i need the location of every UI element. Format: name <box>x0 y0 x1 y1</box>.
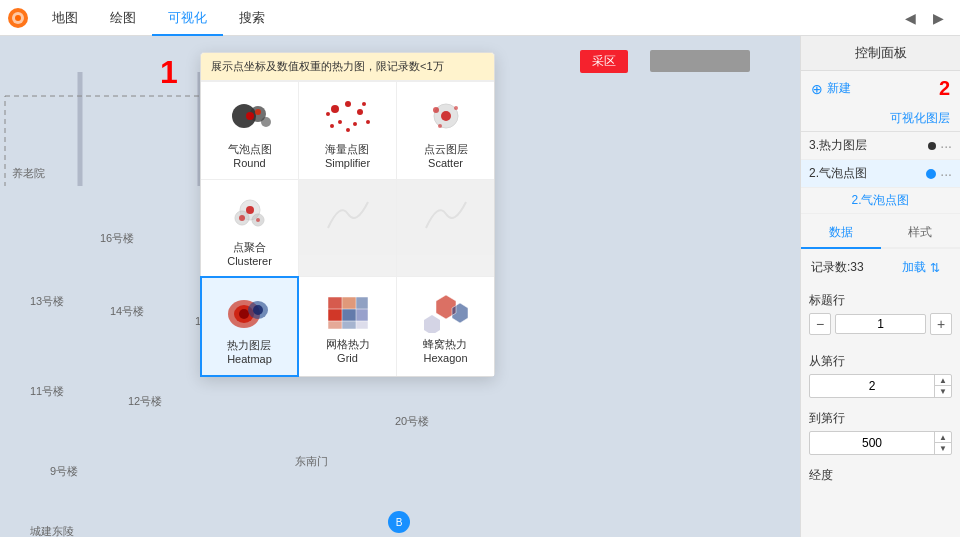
clusterer-icon <box>222 192 278 236</box>
nav-search[interactable]: 搜索 <box>223 0 281 36</box>
svg-rect-59 <box>328 309 342 321</box>
svg-point-35 <box>330 124 334 128</box>
svg-point-49 <box>239 215 245 221</box>
from-row-up[interactable]: ▲ <box>935 375 951 386</box>
svg-point-41 <box>441 111 451 121</box>
svg-point-39 <box>346 128 350 132</box>
map-marker-1: 1 <box>160 54 178 91</box>
label-11: 11号楼 <box>30 384 64 399</box>
svg-point-53 <box>239 309 249 319</box>
nav-next-arrow[interactable]: ▶ <box>928 8 948 28</box>
from-row-arrows: ▲ ▼ <box>934 375 951 397</box>
nav-map[interactable]: 地图 <box>36 0 94 36</box>
from-row-down[interactable]: ▼ <box>935 386 951 397</box>
label-20: 20号楼 <box>395 414 429 429</box>
svg-rect-62 <box>328 321 342 329</box>
from-row-section: 从第行 2 ▲ ▼ <box>801 347 960 404</box>
popup-item-bubble-round[interactable]: 气泡点图Round <box>201 82 298 179</box>
bus-station-icon: B <box>388 511 410 533</box>
label-dongnan: 东南门 <box>295 454 328 469</box>
popup-item-hexagon[interactable]: 蜂窝热力Hexagon <box>397 277 494 376</box>
tab-style[interactable]: 样式 <box>881 218 961 247</box>
header-row-plus[interactable]: + <box>930 313 952 335</box>
header-row-minus[interactable]: − <box>809 313 831 335</box>
from-row-value[interactable]: 2 <box>810 377 934 395</box>
nav-draw[interactable]: 绘图 <box>94 0 152 36</box>
hexagon-label: 蜂窝热力Hexagon <box>423 337 467 366</box>
panel-title: 控制面板 <box>801 36 960 71</box>
empty2-icon <box>418 192 474 236</box>
records-row: 记录数:33 加载 ⇅ <box>801 249 960 286</box>
nav-prev-arrow[interactable]: ◀ <box>900 8 920 28</box>
header-row-value[interactable]: 1 <box>835 314 926 334</box>
right-panel: 控制面板 ⊕ 新建 2 可视化图层 3.热力图层 ··· 2.气泡点图 ··· … <box>800 36 960 537</box>
svg-marker-75 <box>424 315 440 333</box>
grid-icon <box>320 289 376 333</box>
clusterer-label: 点聚合Clusterer <box>227 240 272 269</box>
popup-item-grid[interactable]: 网格热力Grid <box>299 277 396 376</box>
longitude-section: 经度 <box>801 461 960 494</box>
heatmap-icon <box>222 290 278 334</box>
sub-layer-title: 2.气泡点图 <box>801 188 960 214</box>
layer-item-heatmap[interactable]: 3.热力图层 ··· <box>801 132 960 160</box>
map-area-button[interactable]: 采区 <box>580 50 628 73</box>
nav-visualize[interactable]: 可视化 <box>152 0 223 36</box>
popup-item-empty2 <box>397 180 494 277</box>
svg-point-32 <box>357 109 363 115</box>
tab-data[interactable]: 数据 <box>801 218 881 249</box>
svg-point-27 <box>261 117 271 127</box>
popup-item-simplifier[interactable]: 海量点图Simplifier <box>299 82 396 179</box>
plus-icon: ⊕ <box>811 81 823 97</box>
empty1-icon <box>320 192 376 236</box>
to-row-down[interactable]: ▼ <box>935 443 951 454</box>
to-row-arrows: ▲ ▼ <box>934 432 951 454</box>
header-row-label: 标题行 <box>809 292 952 309</box>
svg-point-55 <box>253 305 263 315</box>
panel-new-button[interactable]: ⊕ 新建 2 <box>801 71 960 106</box>
popup-item-scatter[interactable]: 点云图层Scatter <box>397 82 494 179</box>
layer-bubble-more[interactable]: ··· <box>940 166 952 182</box>
svg-rect-57 <box>342 297 356 309</box>
hexagon-icon <box>418 289 474 333</box>
nav-right-controls: ◀ ▶ <box>900 8 960 28</box>
svg-point-31 <box>345 101 351 107</box>
from-row-label: 从第行 <box>809 353 952 370</box>
grid-label: 网格热力Grid <box>326 337 370 366</box>
popup-item-heatmap[interactable]: 热力图层Heatmap <box>200 276 299 377</box>
svg-rect-56 <box>328 297 342 309</box>
svg-point-2 <box>15 15 21 21</box>
bus-icon-label: B <box>396 517 403 528</box>
to-row-up[interactable]: ▲ <box>935 432 951 443</box>
svg-point-50 <box>256 218 260 222</box>
svg-rect-64 <box>356 321 368 329</box>
label-yanglao: 养老院 <box>12 166 45 181</box>
svg-point-38 <box>326 112 330 116</box>
layer-type-popup: 展示点坐标及数值权重的热力图，限记录数<1万 气泡点图Round <box>200 52 495 377</box>
bubble-round-label: 气泡点图Round <box>228 142 272 171</box>
label-13: 13号楼 <box>30 294 64 309</box>
popup-item-clusterer[interactable]: 点聚合Clusterer <box>201 180 298 277</box>
label-16: 16号楼 <box>100 231 134 246</box>
svg-point-43 <box>454 106 458 110</box>
to-row-section: 到第行 500 ▲ ▼ <box>801 404 960 461</box>
svg-point-28 <box>246 112 254 120</box>
sort-icon: ⇅ <box>930 261 940 275</box>
to-row-value[interactable]: 500 <box>810 434 934 452</box>
popup-grid: 气泡点图Round 海量点图Simplifier <box>201 81 494 376</box>
svg-point-30 <box>331 105 339 113</box>
load-button[interactable]: 加载 ⇅ <box>892 255 950 280</box>
layer-heatmap-dot <box>928 142 936 150</box>
svg-point-37 <box>366 120 370 124</box>
label-cheng: 城建东陵居民生活园 <box>30 524 85 537</box>
svg-point-42 <box>433 107 439 113</box>
simplifier-label: 海量点图Simplifier <box>325 142 370 171</box>
svg-point-36 <box>362 102 366 106</box>
marker-2: 2 <box>939 77 950 100</box>
svg-rect-61 <box>356 309 368 321</box>
scatter-icon <box>418 94 474 138</box>
label-14: 14号楼 <box>110 304 144 319</box>
layer-item-bubble[interactable]: 2.气泡点图 ··· <box>801 160 960 188</box>
svg-rect-60 <box>342 309 356 321</box>
to-row-control: 500 ▲ ▼ <box>809 431 952 455</box>
layer-heatmap-more[interactable]: ··· <box>940 138 952 154</box>
